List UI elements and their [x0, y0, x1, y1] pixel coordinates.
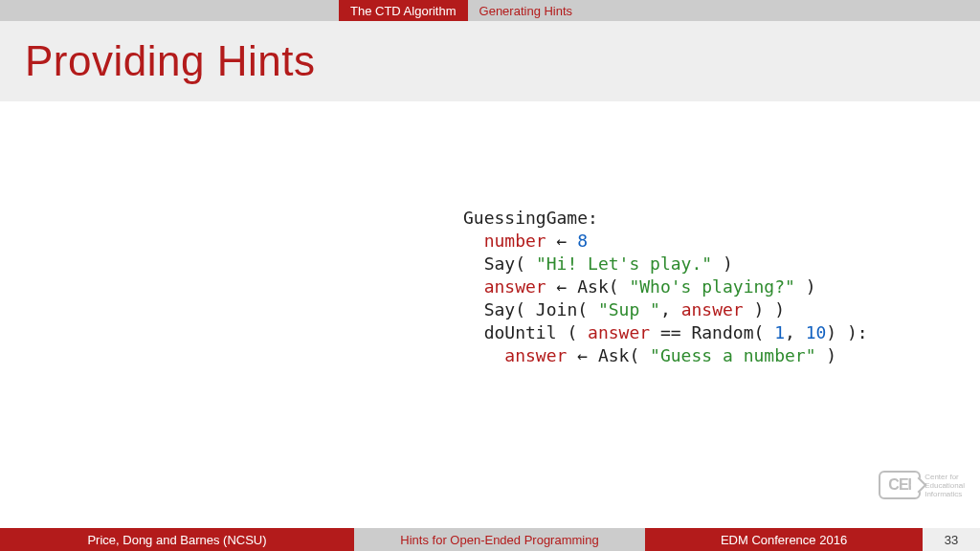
- code-say-post: ): [712, 253, 733, 274]
- code-join-post: ) ): [744, 299, 785, 320]
- code-ask2-pre: ← Ask(: [567, 345, 650, 365]
- footer-title: Hints for Open-Ended Programming: [354, 528, 645, 551]
- code-dountil-mid: == Random(: [650, 322, 774, 342]
- cei-logo-line2: Educational: [924, 481, 965, 490]
- cei-logo-line3: Informatics: [924, 490, 965, 498]
- title-bar: Providing Hints: [0, 21, 980, 101]
- topbar-spacer: [0, 0, 339, 21]
- code-var-answer-4: answer: [504, 345, 567, 365]
- footer-bar: Price, Dong and Barnes (NCSU) Hints for …: [0, 528, 980, 551]
- footer-authors: Price, Dong and Barnes (NCSU): [0, 528, 354, 551]
- code-str-sup: "Sup ": [598, 299, 660, 320]
- code-say-pre: Say(: [484, 253, 536, 274]
- code-str-who: "Who's playing?": [629, 276, 794, 297]
- breadcrumb-bar: The CTD Algorithm Generating Hints: [0, 0, 980, 21]
- code-arrow: ←: [546, 231, 578, 251]
- cei-logo-text: Center for Educational Informatics: [924, 473, 965, 498]
- slide-body: GuessingGame: number ← 8 Say( "Hi! Let's…: [0, 101, 980, 528]
- code-ask2-post: ): [815, 345, 836, 365]
- breadcrumb-section: The CTD Algorithm: [339, 0, 468, 21]
- code-dountil-pre: doUntil (: [484, 322, 588, 342]
- slide: The CTD Algorithm Generating Hints Provi…: [0, 0, 980, 551]
- page-title: Providing Hints: [25, 37, 315, 85]
- code-dountil-post: ) ):: [826, 322, 867, 342]
- code-var-answer-2: answer: [681, 299, 744, 320]
- breadcrumb-subsection: Generating Hints: [468, 0, 585, 21]
- code-var-number: number: [484, 231, 546, 251]
- code-str-hi: "Hi! Let's play.": [536, 253, 712, 274]
- code-var-answer: answer: [484, 276, 546, 297]
- code-comma: ,: [785, 322, 806, 342]
- code-var-answer-3: answer: [588, 322, 650, 342]
- code-join-pre: Say( Join(: [484, 299, 598, 320]
- footer-page-number: 33: [923, 528, 980, 551]
- cei-logo-line1: Center for: [924, 473, 965, 481]
- code-ask-post: ): [795, 276, 816, 297]
- cei-logo-mark: CEI: [879, 471, 921, 499]
- code-ask-pre: ← Ask(: [546, 276, 630, 297]
- code-num-10: 10: [806, 322, 827, 342]
- cei-logo: CEI Center for Educational Informatics: [879, 471, 965, 499]
- code-str-guess: "Guess a number": [650, 345, 815, 365]
- code-num-1: 1: [774, 322, 785, 342]
- code-join-mid: ,: [660, 299, 681, 320]
- code-block: GuessingGame: number ← 8 Say( "Hi! Let's…: [463, 207, 868, 367]
- footer-venue: EDM Conference 2016: [645, 528, 923, 551]
- code-line-1: GuessingGame:: [463, 208, 598, 228]
- code-num-8: 8: [577, 231, 588, 251]
